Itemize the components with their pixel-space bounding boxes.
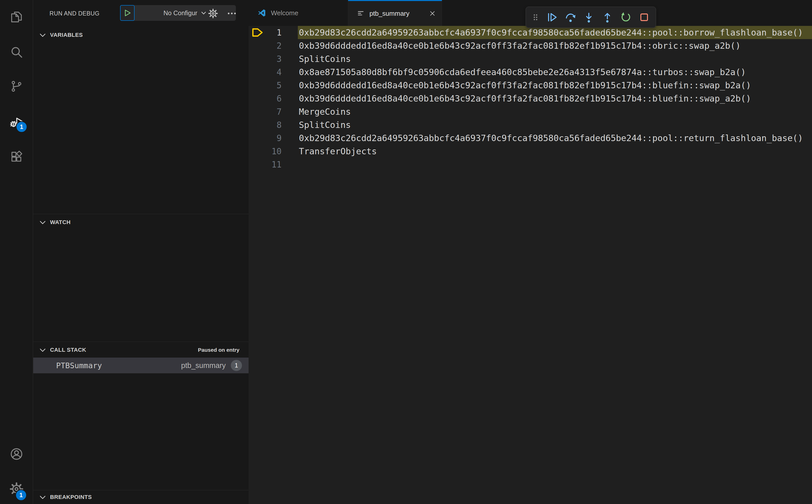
code-line[interactable]: 6 0xb39d6dddedd16ed8a40ce0b1e6b43c92acf0… bbox=[248, 92, 812, 105]
step-into-button[interactable] bbox=[582, 9, 596, 25]
sidebar-item-extensions[interactable] bbox=[0, 143, 33, 171]
section-label-variables: VARIABLES bbox=[50, 32, 83, 38]
start-debugging-button[interactable] bbox=[120, 5, 135, 21]
sidebar-item-source-control[interactable] bbox=[0, 72, 33, 100]
chevron-down-icon bbox=[39, 31, 46, 39]
gripper-icon bbox=[532, 13, 539, 22]
line-number: 8 bbox=[265, 120, 281, 130]
tab-welcome[interactable]: Welcome bbox=[248, 0, 348, 26]
continue-button[interactable] bbox=[545, 9, 559, 25]
line-text bbox=[298, 158, 812, 171]
section-label-breakpoints: BREAKPOINTS bbox=[50, 494, 92, 500]
code-line[interactable]: 2 0xb39d6dddedd16ed8a40ce0b1e6b43c92acf0… bbox=[248, 39, 812, 52]
line-number: 11 bbox=[265, 160, 281, 170]
line-number: 9 bbox=[265, 133, 281, 143]
code-line[interactable]: 4 0x8ae871505a80d8bf6bf9c05906cda6edfeea… bbox=[248, 65, 812, 79]
sidebar-title: RUN AND DEBUG bbox=[49, 0, 99, 27]
section-header-call-stack[interactable]: CALL STACK Paused on entry bbox=[33, 342, 248, 358]
line-text: 0xb39d6dddedd16ed8a40ce0b1e6b43c92acf0ff… bbox=[298, 79, 812, 92]
line-number: 6 bbox=[265, 94, 281, 104]
debug-session-count-badge: 1 bbox=[16, 121, 27, 133]
stop-icon bbox=[638, 11, 650, 23]
stack-frame-line-badge: 1 bbox=[231, 360, 242, 371]
stack-frame-source: ptb_summary bbox=[181, 361, 226, 370]
sidebar-item-search[interactable] bbox=[0, 38, 33, 66]
extensions-icon bbox=[10, 150, 23, 163]
continue-icon bbox=[546, 11, 558, 23]
line-text: SplitCoins bbox=[298, 118, 812, 131]
tab-label: ptb_summary bbox=[369, 10, 410, 18]
activity-bar: 1 bbox=[0, 0, 33, 504]
current-frame-arrow-icon bbox=[248, 28, 265, 37]
step-over-icon bbox=[565, 11, 576, 23]
code-line[interactable]: 8 SplitCoins bbox=[248, 118, 812, 131]
code-line[interactable]: 7 MergeCoins bbox=[248, 105, 812, 118]
files-icon bbox=[10, 10, 23, 24]
code-line[interactable]: 11 bbox=[248, 158, 812, 171]
open-launch-json-button[interactable] bbox=[205, 0, 221, 27]
stack-frame-location: ptb_summary 1 bbox=[181, 360, 242, 371]
line-number: 2 bbox=[265, 41, 281, 51]
stack-frame-name: PTBSummary bbox=[56, 361, 102, 370]
debug-toolbar bbox=[526, 7, 656, 28]
tab-ptb-summary[interactable]: ptb_summary bbox=[348, 0, 442, 26]
views-and-more-actions-button[interactable] bbox=[224, 0, 239, 27]
line-number: 7 bbox=[265, 107, 281, 117]
play-icon bbox=[123, 9, 132, 17]
source-control-icon bbox=[10, 79, 23, 93]
line-text: TransferObjects bbox=[298, 145, 812, 158]
code-line[interactable]: 10 TransferObjects bbox=[248, 145, 812, 158]
line-text: 0xb29d83c26cdd2a64959263abbcfc4a6937f0c9… bbox=[298, 131, 812, 145]
ellipsis-icon bbox=[227, 8, 237, 19]
section-label-watch: WATCH bbox=[50, 219, 71, 226]
restart-icon bbox=[620, 11, 632, 23]
step-into-icon bbox=[583, 11, 595, 23]
step-out-button[interactable] bbox=[600, 9, 615, 25]
close-icon[interactable] bbox=[429, 10, 436, 17]
section-header-breakpoints[interactable]: BREAKPOINTS bbox=[33, 490, 248, 504]
section-header-watch[interactable]: WATCH bbox=[33, 214, 248, 230]
tab-label: Welcome bbox=[271, 9, 298, 17]
chevron-down-icon bbox=[39, 493, 46, 501]
section-label-call-stack: CALL STACK bbox=[50, 347, 86, 353]
line-number: 4 bbox=[265, 67, 281, 77]
sidebar-item-run-and-debug[interactable]: 1 bbox=[0, 108, 33, 136]
line-number: 5 bbox=[265, 80, 281, 90]
code-editor[interactable]: 1 0xb29d83c26cdd2a64959263abbcfc4a6937f0… bbox=[248, 26, 812, 171]
line-number: 10 bbox=[265, 146, 281, 156]
line-number: 3 bbox=[265, 54, 281, 64]
debug-pause-status: Paused on entry bbox=[198, 347, 239, 353]
code-line[interactable]: 5 0xb39d6dddedd16ed8a40ce0b1e6b43c92acf0… bbox=[248, 79, 812, 92]
debug-configuration-label: No Configur bbox=[163, 9, 197, 17]
step-over-button[interactable] bbox=[563, 9, 577, 25]
list-icon bbox=[357, 9, 365, 18]
sidebar-header: RUN AND DEBUG No Configur bbox=[33, 0, 248, 27]
line-text: SplitCoins bbox=[298, 52, 812, 65]
line-number: 1 bbox=[265, 28, 281, 38]
account-icon bbox=[9, 447, 24, 461]
section-header-variables[interactable]: VARIABLES bbox=[33, 27, 248, 43]
sidebar-item-explorer[interactable] bbox=[0, 3, 33, 31]
code-line[interactable]: 9 0xb29d83c26cdd2a64959263abbcfc4a6937f0… bbox=[248, 131, 812, 145]
chevron-down-icon bbox=[39, 346, 46, 354]
line-text: 0x8ae871505a80d8bf6bf9c05906cda6edfeea46… bbox=[298, 65, 812, 79]
accounts-menu[interactable] bbox=[0, 440, 33, 468]
chevron-down-icon bbox=[39, 219, 46, 226]
line-text: MergeCoins bbox=[298, 105, 812, 118]
restart-button[interactable] bbox=[619, 9, 633, 25]
manage-settings-button[interactable]: 1 bbox=[0, 475, 33, 503]
debug-configuration-dropdown[interactable]: No Configur bbox=[135, 5, 236, 21]
line-text: 0xb39d6dddedd16ed8a40ce0b1e6b43c92acf0ff… bbox=[298, 39, 812, 52]
step-out-icon bbox=[602, 11, 613, 23]
gear-icon bbox=[208, 8, 218, 19]
line-text: 0xb39d6dddedd16ed8a40ce0b1e6b43c92acf0ff… bbox=[298, 92, 812, 105]
call-stack-frame-row[interactable]: PTBSummary ptb_summary 1 bbox=[33, 358, 248, 373]
settings-notification-badge: 1 bbox=[15, 489, 27, 501]
code-line[interactable]: 3 SplitCoins bbox=[248, 52, 812, 65]
search-icon bbox=[10, 45, 23, 59]
run-and-debug-sidebar: RUN AND DEBUG No Configur bbox=[33, 0, 248, 504]
debug-toolbar-drag-handle[interactable] bbox=[531, 9, 541, 25]
vscode-logo-icon bbox=[257, 8, 266, 18]
editor-area: Welcome ptb_summary bbox=[248, 0, 812, 504]
stop-button[interactable] bbox=[637, 9, 651, 25]
